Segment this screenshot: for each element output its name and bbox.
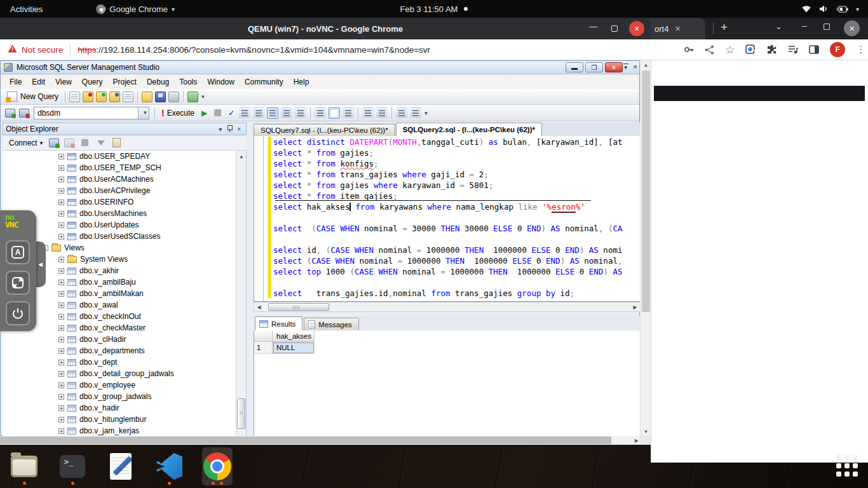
dmx-query-icon[interactable]: [96, 92, 107, 102]
ssms-minimize-button[interactable]: ▬: [566, 62, 583, 72]
novnc-handle[interactable]: ◀: [35, 241, 46, 287]
expander-icon[interactable]: +: [58, 280, 64, 285]
new-tab-button[interactable]: +: [721, 20, 728, 34]
side-panel-icon[interactable]: [809, 45, 819, 54]
expander-icon[interactable]: +: [58, 394, 64, 400]
menu-help[interactable]: Help: [288, 76, 315, 88]
tree-item[interactable]: +dbo.v_hitunglembur: [3, 414, 235, 425]
expander-icon[interactable]: +: [58, 325, 64, 331]
expander-icon[interactable]: +: [58, 371, 64, 377]
expander-icon[interactable]: +: [58, 200, 64, 205]
script-icon[interactable]: [112, 138, 121, 147]
expander-icon[interactable]: +: [58, 360, 64, 365]
scroll-up-icon[interactable]: ▲: [641, 60, 651, 69]
scroll-right-icon[interactable]: ▶: [630, 302, 640, 311]
key-icon[interactable]: [684, 44, 694, 55]
dock-item-chrome[interactable]: [202, 447, 233, 485]
menu-debug[interactable]: Debug: [142, 76, 174, 88]
tree-item[interactable]: +dbo.USER_TEMP_SCH: [3, 162, 235, 173]
execute-button[interactable]: Execute: [167, 109, 194, 118]
parse-icon[interactable]: ✓: [228, 109, 234, 118]
xmla-query-icon[interactable]: [109, 92, 120, 102]
activity-monitor-icon[interactable]: [187, 92, 198, 102]
url-text[interactable]: https://192.168.114.254:8006/?console=kv…: [78, 45, 430, 55]
close-button[interactable]: ×: [844, 20, 860, 36]
expander-icon[interactable]: +: [58, 314, 64, 320]
tree-item[interactable]: +dbo.UserACMachines: [3, 173, 235, 185]
activities-button[interactable]: Activities: [10, 4, 43, 14]
expander-icon[interactable]: +: [58, 154, 64, 159]
open-document-icon[interactable]: [123, 92, 133, 102]
tree-item[interactable]: +dbo.v_employee: [3, 379, 235, 391]
expander-icon[interactable]: +: [58, 222, 64, 228]
maximize-button[interactable]: [611, 25, 618, 32]
object-explorer-scrollbar[interactable]: ▲: [236, 151, 246, 437]
query-designer-icon[interactable]: [253, 107, 264, 119]
uncomment-lines-icon[interactable]: [376, 107, 388, 119]
profile-avatar[interactable]: F: [830, 42, 845, 57]
connect-button[interactable]: Connect ▾: [6, 137, 46, 149]
connect-icon[interactable]: [5, 109, 15, 118]
tree-item[interactable]: +dbo.v_checkMaster: [3, 322, 235, 334]
scrollbar-thumb[interactable]: [268, 303, 329, 311]
power-button[interactable]: [6, 301, 30, 325]
dock-item-terminal[interactable]: [57, 447, 88, 485]
dock-item-vscode[interactable]: [154, 447, 184, 485]
expander-icon[interactable]: +: [58, 348, 64, 354]
client-statistics-icon[interactable]: [295, 107, 306, 119]
page-vscrollbar[interactable]: ▲ ▼: [640, 60, 651, 436]
keyboard-button[interactable]: A: [6, 240, 30, 264]
save-icon[interactable]: [155, 92, 166, 102]
increase-indent-icon[interactable]: [410, 107, 421, 119]
scrollbar-thumb[interactable]: [642, 71, 650, 312]
results-to-file-icon[interactable]: [342, 107, 354, 119]
editor-tab[interactable]: SQLQuery7.sql - (l...(keu-PC\keu (62))*: [254, 124, 395, 136]
tree-item[interactable]: +dbo.v_ambilMakan: [3, 288, 235, 299]
dock-item-files[interactable]: [9, 447, 39, 485]
scroll-right-icon[interactable]: ▶: [635, 436, 639, 445]
tree-item[interactable]: +dbo.UsersMachines: [3, 208, 235, 219]
screenshot-extension-icon[interactable]: [745, 44, 756, 55]
tree-item[interactable]: +dbo.UserUsedSClasses: [3, 231, 235, 242]
minimize-button[interactable]: —: [589, 22, 597, 31]
app-menu[interactable]: Google Chrome ▾: [96, 4, 175, 14]
expander-icon[interactable]: +: [58, 188, 64, 194]
close-panel-icon[interactable]: ×: [234, 126, 243, 133]
menu-window[interactable]: Window: [202, 76, 240, 88]
panel-splitter[interactable]: [247, 121, 254, 437]
new-document-icon[interactable]: [69, 92, 80, 102]
expander-icon[interactable]: +: [58, 291, 64, 297]
row-number[interactable]: 1: [254, 342, 273, 354]
tab-messages[interactable]: Messages: [304, 318, 358, 330]
scroll-down-icon[interactable]: ▼: [641, 427, 651, 436]
comment-lines-icon[interactable]: [362, 107, 374, 119]
print-icon[interactable]: [168, 92, 179, 102]
close-document-icon[interactable]: ×: [634, 63, 637, 71]
scrollbar-thumb[interactable]: [0, 437, 611, 444]
database-combobox[interactable]: dbsdm ▼: [34, 107, 149, 119]
tree-item[interactable]: +dbo.v_departments: [3, 345, 235, 356]
grid-cell[interactable]: NULL: [273, 342, 315, 354]
expander-icon[interactable]: +: [58, 257, 64, 262]
bookmark-star-icon[interactable]: ☆: [725, 44, 735, 55]
window-position-icon[interactable]: ▾: [216, 126, 224, 133]
sql-editor[interactable]: select distinct DATEPART(MONTH,tanggal_c…: [254, 136, 641, 302]
expander-icon[interactable]: +: [58, 383, 64, 388]
expander-icon[interactable]: +: [58, 405, 64, 411]
mdx-query-icon[interactable]: [83, 92, 93, 102]
security-label[interactable]: Not secure: [22, 45, 63, 55]
results-to-text-icon[interactable]: [315, 107, 326, 119]
ssms-restore-button[interactable]: ❐: [585, 62, 603, 72]
tree-item[interactable]: +dbo.v_hadir: [3, 402, 235, 414]
tree-item[interactable]: +dbo.v_jam_kerjas: [3, 425, 235, 437]
combo-dropdown-icon[interactable]: ▼: [138, 107, 149, 119]
menu-edit[interactable]: Edit: [27, 76, 50, 88]
playlist-extension-icon[interactable]: [788, 45, 798, 54]
menu-file[interactable]: File: [4, 76, 27, 88]
scroll-up-icon[interactable]: ▲: [236, 152, 247, 161]
tree-item[interactable]: +dbo.UserACPrivilege: [3, 185, 235, 196]
open-file-icon[interactable]: [142, 92, 153, 102]
expander-icon[interactable]: +: [58, 417, 64, 423]
connect-server-icon[interactable]: [49, 139, 59, 147]
expander-icon[interactable]: +: [58, 211, 64, 217]
